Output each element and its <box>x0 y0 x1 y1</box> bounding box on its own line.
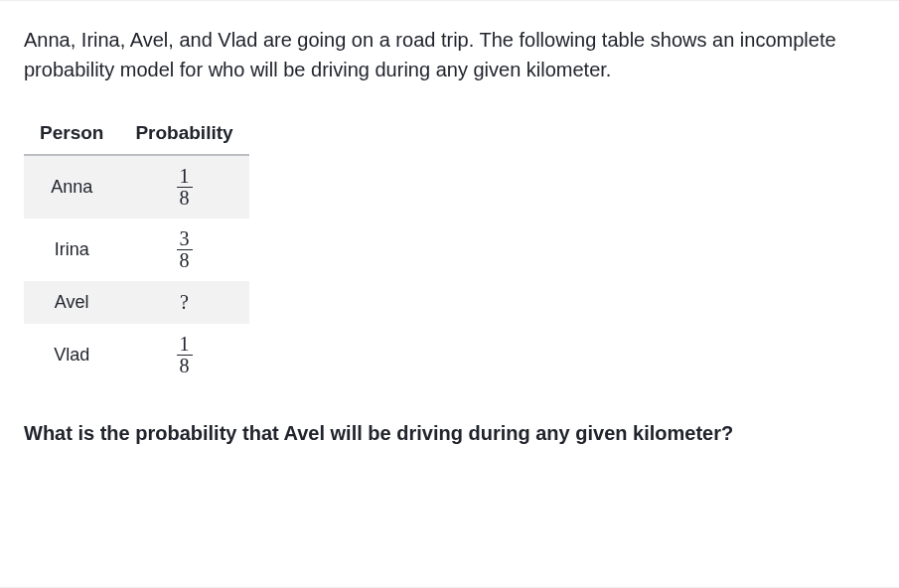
cell-probability: ? <box>119 281 248 324</box>
cell-probability: 3 8 <box>119 219 248 281</box>
problem-container: Anna, Irina, Avel, and Vlad are going on… <box>0 0 899 588</box>
unknown-value: ? <box>180 291 189 313</box>
fraction: 3 8 <box>177 228 193 271</box>
table-row: Anna 1 8 <box>24 155 249 219</box>
table-row: Vlad 1 8 <box>24 324 249 386</box>
cell-person: Avel <box>24 281 119 324</box>
intro-text: Anna, Irina, Avel, and Vlad are going on… <box>24 25 875 84</box>
table-row: Irina 3 8 <box>24 219 249 281</box>
fraction: 1 8 <box>177 334 193 376</box>
header-probability: Probability <box>119 112 248 155</box>
cell-probability: 1 8 <box>119 324 248 386</box>
fraction-denominator: 8 <box>177 187 193 209</box>
probability-table: Person Probability Anna 1 8 Irina 3 <box>24 112 249 386</box>
cell-person: Anna <box>24 155 119 219</box>
table-row: Avel ? <box>24 281 249 324</box>
fraction-numerator: 1 <box>177 334 193 355</box>
fraction-denominator: 8 <box>177 249 193 271</box>
cell-person: Vlad <box>24 324 119 386</box>
question-text: What is the probability that Avel will b… <box>24 418 875 448</box>
fraction-numerator: 1 <box>177 166 193 187</box>
header-person: Person <box>24 112 119 155</box>
fraction: 1 8 <box>177 166 193 209</box>
cell-probability: 1 8 <box>119 155 248 219</box>
fraction-denominator: 8 <box>177 355 193 376</box>
fraction-numerator: 3 <box>177 228 193 249</box>
cell-person: Irina <box>24 219 119 281</box>
